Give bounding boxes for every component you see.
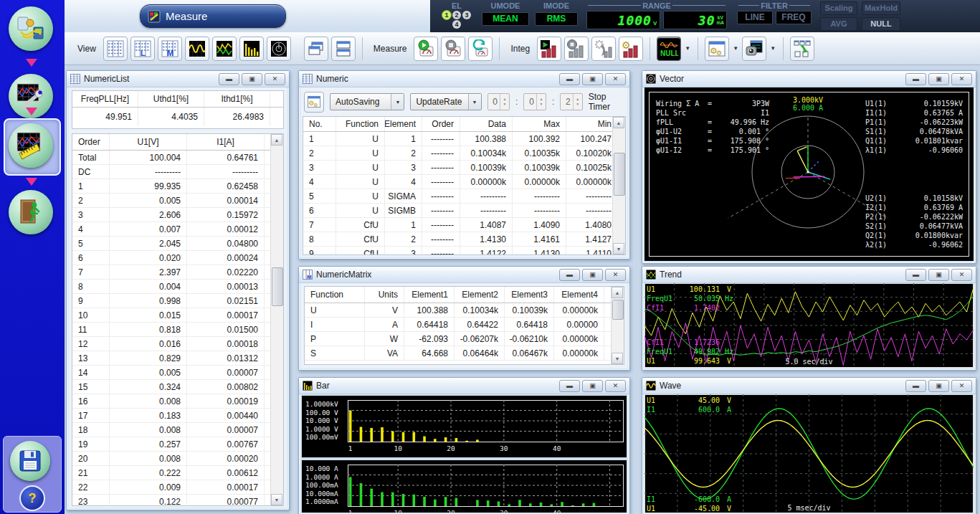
table-row[interactable]: DC------------------ <box>72 165 283 179</box>
view-numericlist-button[interactable]: L <box>130 37 155 61</box>
scroll-thumb[interactable] <box>272 267 283 306</box>
autosaving-dropdown[interactable]: AutoSaving ▼ <box>330 93 404 110</box>
vector-titlebar[interactable]: Vector ▬ ▣ ✕ <box>642 71 976 87</box>
table-row[interactable]: 190.2570.00767 <box>72 437 283 452</box>
integ-setting-button[interactable]: ⚙ <box>619 37 643 61</box>
table-row[interactable]: 1U1--------100.388100.392100.247 <box>303 132 625 146</box>
table-row[interactable]: UV100.3880.10034k0.10039k0.00000k <box>305 303 624 318</box>
restore-button[interactable]: ▣ <box>242 73 262 85</box>
filter-line-button[interactable]: LINE <box>737 11 773 24</box>
table-row[interactable]: 32.6060.15972 <box>72 208 283 222</box>
table-row[interactable]: 72.3970.02220 <box>72 265 283 280</box>
scroll-down-arrow[interactable]: ▼ <box>271 494 282 505</box>
close-button[interactable]: ✕ <box>951 73 972 85</box>
scaling-button[interactable]: Scaling <box>820 1 857 15</box>
capture-dropdown-arrow[interactable]: ▼ <box>769 38 776 60</box>
numericmatrix-titlebar[interactable]: M NumericMatrix ▬ ▣ ✕ <box>299 267 629 283</box>
sidebar-item-exit[interactable] <box>9 190 53 234</box>
null-button[interactable]: NULL <box>657 37 681 61</box>
table-row[interactable]: 150.3240.00802 <box>72 380 283 394</box>
table-row[interactable]: 170.1830.00440 <box>72 409 283 423</box>
minimize-button[interactable]: ▬ <box>559 269 580 281</box>
null-status-button[interactable]: NULL <box>862 17 900 31</box>
table-row[interactable]: 8CfU2--------1.41301.41611.4127 <box>303 232 625 247</box>
measure-start-button[interactable] <box>414 37 438 61</box>
sidebar-item-measure[interactable] <box>9 123 53 168</box>
cascade-windows-button[interactable] <box>304 37 328 61</box>
integ-stop-button[interactable] <box>564 37 589 61</box>
minimize-button[interactable]: ▬ <box>559 73 580 85</box>
table-row[interactable]: 200.0080.00020 <box>72 452 283 466</box>
table-row[interactable]: 3U3--------0.10039k0.10039k0.10025k <box>303 161 625 175</box>
table-row[interactable]: 6USIGMB---------------------------------… <box>303 204 625 218</box>
table-row[interactable]: 220.0090.00017 <box>72 480 283 495</box>
table-row[interactable]: 130.8290.01312 <box>72 351 283 366</box>
scroll-down-arrow[interactable]: ▼ <box>613 243 624 254</box>
measure-stop-button[interactable] <box>441 37 465 61</box>
filter-freq-button[interactable]: FREQ <box>776 11 812 24</box>
help-button[interactable]: ? <box>19 485 45 511</box>
table-row[interactable]: 90.9980.02151 <box>72 294 283 308</box>
table-row[interactable]: 80.0040.00013 <box>72 280 283 294</box>
table-row[interactable]: 210.2220.00612 <box>72 466 283 480</box>
scroll-up-arrow[interactable]: ▲ <box>613 117 624 128</box>
table-row[interactable]: 110.8180.01500 <box>72 323 283 337</box>
restore-button[interactable]: ▣ <box>928 269 949 281</box>
close-button[interactable]: ✕ <box>605 380 626 392</box>
table-row[interactable]: 9CfU3--------1.41221.41301.4110 <box>303 247 625 255</box>
restore-button[interactable]: ▣ <box>582 380 603 392</box>
minimize-button[interactable]: ▬ <box>219 73 239 85</box>
table-row[interactable]: 140.0050.00007 <box>72 366 283 380</box>
timer-minutes-stepper[interactable]: 0▲▼ <box>523 93 546 110</box>
scroll-up-arrow[interactable]: ▲ <box>612 287 623 298</box>
scroll-up-arrow[interactable]: ▲ <box>271 134 282 146</box>
numericlist-scrollbar[interactable]: ▲ ▼ <box>270 134 283 505</box>
restore-button[interactable]: ▣ <box>928 380 949 392</box>
table-row[interactable]: Total100.0040.64761 <box>72 151 283 165</box>
tile-windows-button[interactable] <box>331 37 356 61</box>
settings-button[interactable]: ⚙⚙ <box>705 37 729 61</box>
table-row[interactable]: 20.0050.00014 <box>72 194 283 208</box>
table-row[interactable]: 60.0200.00024 <box>72 251 283 265</box>
table-row[interactable]: 5USIGMA---------------------------------… <box>303 189 625 204</box>
table-row[interactable]: 100.0150.00017 <box>72 308 283 323</box>
maxhold-button[interactable]: MaxHold <box>862 1 900 15</box>
trend-titlebar[interactable]: Trend ▬ ▣ ✕ <box>642 267 976 283</box>
table-row[interactable]: 52.0450.04800 <box>72 237 283 251</box>
sidebar-item-system-config[interactable] <box>9 6 53 51</box>
measure-update-button[interactable] <box>468 37 493 61</box>
table-row[interactable]: 199.9350.62458 <box>72 179 283 194</box>
restore-button[interactable]: ▣ <box>582 269 603 281</box>
close-button[interactable]: ✕ <box>265 73 285 85</box>
table-row[interactable]: IA0.644180.644220.644180.00000 <box>305 318 624 332</box>
integ-reset-button[interactable] <box>591 37 616 61</box>
view-wave-button[interactable] <box>185 37 209 61</box>
close-button[interactable]: ✕ <box>951 269 972 281</box>
close-button[interactable]: ✕ <box>605 269 626 281</box>
null-dropdown-arrow[interactable]: ▼ <box>684 38 691 60</box>
numeric-settings-button[interactable]: ⚙⚙ <box>304 92 324 113</box>
table-row[interactable]: 2U2--------0.10034k0.10035k0.10020k <box>303 146 625 161</box>
scroll-down-arrow[interactable]: ▼ <box>612 353 623 364</box>
table-row[interactable]: 7CfU1--------1.40871.40901.4080 <box>303 218 625 232</box>
table-row[interactable]: SVA64.6680.06464k0.06467k0.00000k <box>305 346 624 361</box>
table-row[interactable]: 230.1220.00077 <box>72 495 283 506</box>
table-row[interactable]: 40.0070.00012 <box>72 222 283 237</box>
table-row[interactable]: 160.0080.00019 <box>72 394 283 409</box>
table-row[interactable]: 4U4--------0.00000k0.00000k0.00000k <box>303 175 625 189</box>
close-button[interactable]: ✕ <box>951 380 972 392</box>
numeric-scrollbar[interactable]: ▲ ▼ <box>612 117 625 254</box>
timer-seconds-stepper[interactable]: 2▲▼ <box>560 93 582 110</box>
avg-button[interactable]: AVG <box>820 17 857 31</box>
view-vector-button[interactable] <box>267 37 291 61</box>
scroll-thumb[interactable] <box>614 153 625 196</box>
updaterate-dropdown[interactable]: UpdateRate ▼ <box>410 93 481 110</box>
minimize-button[interactable]: ▬ <box>905 269 926 281</box>
close-button[interactable]: ✕ <box>605 73 626 85</box>
restore-button[interactable]: ▣ <box>582 73 603 85</box>
table-row[interactable]: 120.0160.00018 <box>72 337 283 351</box>
settings-dropdown-arrow[interactable]: ▼ <box>732 38 739 60</box>
capture-button[interactable] <box>742 37 766 61</box>
file-transfer-button[interactable] <box>790 37 814 61</box>
bar-titlebar[interactable]: Bar ▬ ▣ ✕ <box>299 378 629 394</box>
